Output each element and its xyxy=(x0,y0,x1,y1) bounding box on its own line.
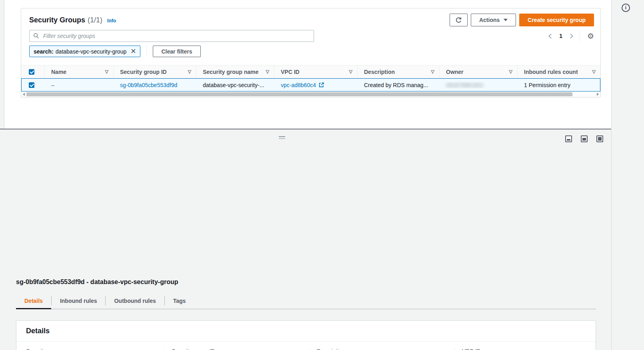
details-card-title: Details xyxy=(16,321,596,342)
split-panel-drag-handle[interactable] xyxy=(279,136,285,139)
security-groups-table: Name▽ Security group ID▽ Security group … xyxy=(21,65,600,97)
filter-token-value: database-vpc-security-group xyxy=(56,48,126,55)
vpc-id-link[interactable]: vpc-ad8b60c4 xyxy=(281,82,316,88)
scroll-left-icon[interactable] xyxy=(23,93,25,96)
filter-column-icon[interactable]: ▽ xyxy=(188,69,191,74)
table-row[interactable]: – sg-0b9fa05cbe553df9d database-vpc-secu… xyxy=(21,78,600,91)
horizontal-scrollbar[interactable] xyxy=(21,91,600,97)
security-groups-panel: Security Groups (1/1) Info Actions xyxy=(5,0,611,129)
tab-inbound-rules[interactable]: Inbound rules xyxy=(52,292,106,309)
select-all-checkbox[interactable] xyxy=(29,69,34,75)
field-label: Security group ID xyxy=(172,348,303,350)
cell-owner-redacted: 462878961602 xyxy=(446,82,483,88)
layout-bottom-small-icon[interactable] xyxy=(565,135,572,142)
filter-row: 1 ⚙ xyxy=(29,30,594,42)
divider xyxy=(580,31,580,41)
scroll-right-icon[interactable] xyxy=(597,93,599,96)
selected-group-title: sg-0b9fa05cbe553df9d - database-vpc-secu… xyxy=(16,278,178,286)
column-header-inbound-rules-count[interactable]: Inbound rules count▽ xyxy=(517,66,600,78)
card-header: Security Groups (1/1) Info Actions xyxy=(29,13,594,27)
filter-input[interactable] xyxy=(29,30,314,42)
external-link-icon xyxy=(319,82,324,88)
actions-button[interactable]: Actions xyxy=(471,14,516,26)
result-counter: (1/1) xyxy=(88,16,102,24)
column-header-description[interactable]: Description▽ xyxy=(357,66,439,78)
column-header-owner[interactable]: Owner▽ xyxy=(439,66,517,78)
tab-tags[interactable]: Tags xyxy=(165,292,194,309)
field-label: Description xyxy=(317,348,448,350)
filter-column-icon[interactable]: ▽ xyxy=(349,69,352,74)
tab-outbound-rules[interactable]: Outbound rules xyxy=(106,292,164,309)
column-header-name[interactable]: Name▽ xyxy=(44,66,113,78)
clear-filters-label: Clear filters xyxy=(161,48,192,55)
layout-full-icon[interactable] xyxy=(596,135,603,142)
previous-page-button[interactable] xyxy=(548,34,554,39)
remove-token-icon[interactable]: ✕ xyxy=(130,48,136,55)
field-label: Security group name xyxy=(26,348,158,350)
collapsed-nav-gutter xyxy=(0,0,4,129)
clear-filters-button[interactable]: Clear filters xyxy=(153,46,200,57)
filter-column-icon[interactable]: ▽ xyxy=(431,69,434,74)
filter-column-icon[interactable]: ▽ xyxy=(105,69,108,74)
security-group-id-link[interactable]: sg-0b9fa05cbe553df9d xyxy=(120,82,177,88)
cell-inbound-rules-count: 1 Permission entry xyxy=(518,82,600,88)
column-header-security-group-name[interactable]: Security group name▽ xyxy=(196,66,274,78)
divider xyxy=(146,46,147,57)
tab-details[interactable]: Details xyxy=(16,292,51,309)
row-checkbox[interactable] xyxy=(29,82,34,88)
filter-token-key: search: xyxy=(34,48,54,55)
column-header-vpc-id[interactable]: VPC ID▽ xyxy=(274,66,357,78)
search-icon xyxy=(33,33,39,40)
info-link[interactable]: Info xyxy=(107,18,116,24)
scrollbar-thumb[interactable] xyxy=(26,92,572,96)
details-panel: sg-0b9fa05cbe553df9d - database-vpc-secu… xyxy=(0,129,611,350)
refresh-icon xyxy=(455,17,462,24)
chevron-down-icon xyxy=(504,19,508,21)
filter-token-row: search: database-vpc-security-group ✕ Cl… xyxy=(29,46,201,57)
pagination: 1 ⚙ xyxy=(549,31,594,41)
details-card: Details Security group name database-vpc… xyxy=(16,320,596,350)
help-rail: i xyxy=(611,0,644,350)
filter-column-icon[interactable]: ▽ xyxy=(592,69,596,74)
layout-bottom-half-icon[interactable] xyxy=(581,135,588,142)
filter-token: search: database-vpc-security-group ✕ xyxy=(29,46,140,57)
filter-column-icon[interactable]: ▽ xyxy=(266,69,269,74)
filter-column-icon[interactable]: ▽ xyxy=(509,69,512,74)
cell-security-group-name: database-vpc-security-... xyxy=(196,82,274,88)
actions-button-label: Actions xyxy=(479,17,500,23)
settings-gear-icon[interactable]: ⚙ xyxy=(587,32,594,40)
field-label: VPC ID xyxy=(462,348,580,350)
info-icon[interactable]: i xyxy=(622,4,630,12)
detail-tabs: Details Inbound rules Outbound rules Tag… xyxy=(16,292,596,309)
create-button-label: Create security group xyxy=(528,17,586,23)
column-header-security-group-id[interactable]: Security group ID▽ xyxy=(113,66,196,78)
table-header-row: Name▽ Security group ID▽ Security group … xyxy=(21,65,600,78)
cell-description: Created by RDS manag... xyxy=(358,82,440,88)
cell-name: – xyxy=(45,82,114,88)
next-page-button[interactable] xyxy=(568,34,573,39)
create-security-group-button[interactable]: Create security group xyxy=(519,14,594,26)
page-number[interactable]: 1 xyxy=(558,33,563,39)
security-groups-card: Security Groups (1/1) Info Actions xyxy=(21,8,601,97)
page-title: Security Groups xyxy=(29,16,85,24)
refresh-button[interactable] xyxy=(450,14,468,26)
panel-layout-switcher xyxy=(565,135,603,142)
